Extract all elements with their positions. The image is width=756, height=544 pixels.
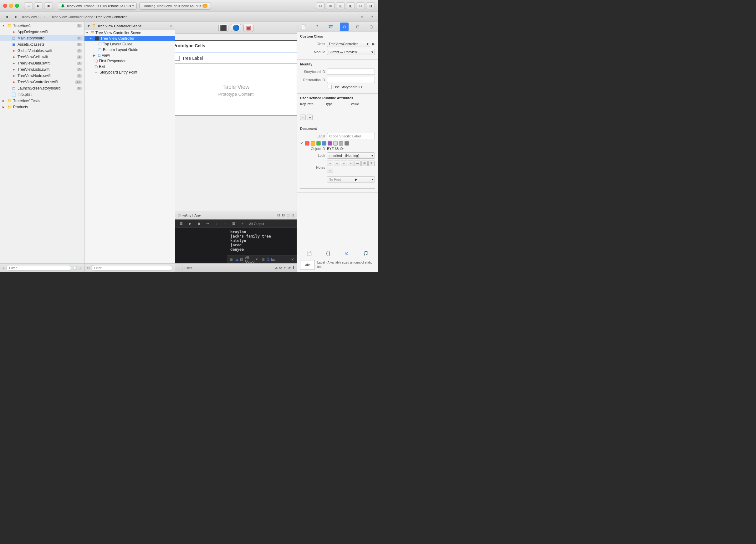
tab-identity[interactable]: 🪪	[326, 23, 335, 31]
size-btn-1[interactable]: ⊡	[277, 213, 280, 217]
file-template-icon[interactable]: 📄	[305, 249, 314, 258]
nav-item-assets[interactable]: ◼ Assets.xcassets M	[0, 41, 84, 48]
module-select[interactable]: Current — TreeView1 ▾	[327, 49, 375, 55]
nav-item-appdelegate[interactable]: ● AppDelegate.swift	[0, 29, 84, 35]
warning-button[interactable]: ⚠	[358, 13, 366, 20]
color-swatch-8[interactable]	[345, 141, 349, 146]
debug-btn-simulate[interactable]: ⌖	[239, 221, 246, 227]
restoration-id-input[interactable]	[327, 77, 375, 83]
ib-item-first-responder[interactable]: ⬡ First Responder	[84, 58, 175, 64]
add-attr-button[interactable]: +	[300, 115, 306, 120]
font-arrow-icon[interactable]: ▶	[355, 177, 357, 182]
nav-filter-icon[interactable]: ⊞	[79, 266, 82, 270]
ib-item-vc[interactable]: ▼ ⬛ Tree View Controller	[84, 36, 175, 41]
ib-item-exit[interactable]: ⬡ Exit	[84, 64, 175, 69]
editor-version-button[interactable]: ◫	[336, 3, 345, 9]
layout-icon-square[interactable]: ⬛	[218, 24, 228, 32]
navigator-toggle-button[interactable]: ◧	[346, 3, 355, 9]
console-layout-btn-1[interactable]: ☰	[235, 257, 239, 262]
media-icon[interactable]: 🎵	[361, 249, 370, 258]
tab-size[interactable]: ⊟	[353, 23, 362, 31]
editor-assistant-button[interactable]: ⊞	[326, 3, 335, 9]
nav-item-main-storyboard[interactable]: ◻ Main.storyboard M	[0, 35, 84, 41]
use-storyboard-checkbox[interactable]	[328, 85, 332, 89]
debug-btn-pause[interactable]: ⏸	[195, 221, 202, 227]
minimize-button[interactable]	[9, 4, 13, 8]
goto-button[interactable]: ↗	[367, 13, 375, 20]
nav-item-launchscreen[interactable]: ◻ LaunchScreen.storyboard M	[0, 85, 84, 91]
tab-file[interactable]: 📄	[299, 23, 308, 31]
nav-filter-input[interactable]	[6, 265, 71, 271]
color-swatch-6[interactable]	[333, 141, 338, 146]
debug-btn-1[interactable]: ☰	[178, 221, 185, 227]
run-button[interactable]: ▶	[34, 3, 43, 9]
bc-folder1[interactable]: …	[40, 15, 43, 19]
bc-treeview1[interactable]: TreeView1	[21, 15, 38, 19]
prototype-cell[interactable]: Tree Label	[175, 53, 297, 64]
nav-item-treeviewnode[interactable]: ● TreeViewNode.swift A	[0, 73, 84, 79]
add-file-button[interactable]: +	[178, 265, 180, 270]
back-button[interactable]: ◀	[3, 13, 11, 20]
stop-button[interactable]: ◼	[44, 3, 53, 9]
nav-item-treeviewdata[interactable]: ● TreeViewData.swift A	[0, 60, 84, 66]
grid-icon[interactable]: ⊞	[262, 257, 265, 262]
color-swatch-1[interactable]	[305, 141, 309, 146]
all-output-button[interactable]: All Output ▾	[245, 256, 258, 263]
debug-btn-2[interactable]: ▶	[186, 221, 193, 227]
info-icon[interactable]: ℹ	[293, 266, 294, 270]
arrow-icon[interactable]: ▶	[372, 42, 375, 46]
nav-item-infoplist[interactable]: 📄 Info.plist	[0, 91, 84, 98]
debug-btn-step-over[interactable]: ⇥	[204, 221, 211, 227]
trash-icon[interactable]: 🗑	[230, 257, 233, 262]
nav-item-treeviewcell[interactable]: ● TreeViewCell.swift A	[0, 54, 84, 60]
nav-item-treeviewcontroller[interactable]: ● TreeViewController.swift A+	[0, 79, 84, 85]
nav-item-globalvariables[interactable]: ● GlobalVariables.swift A	[0, 48, 84, 54]
ib-filter-input[interactable]	[91, 265, 172, 271]
auto-dropdown-icon[interactable]: ▾	[284, 266, 286, 269]
forward-button[interactable]: ▶	[12, 13, 20, 20]
notes-indent[interactable]: T	[368, 161, 375, 166]
canvas-layout-btn[interactable]: ⊞	[178, 213, 181, 217]
snippet-icon[interactable]: { }	[324, 249, 333, 258]
console-layout-btn-2[interactable]: ⊡	[240, 257, 243, 262]
ib-item-storyboard-entry[interactable]: → Storyboard Entry Point	[84, 69, 175, 75]
color-swatch-3[interactable]	[316, 141, 321, 146]
object-icon[interactable]: ⊙	[342, 249, 351, 258]
scheme-selector[interactable]: 🌲 TreeView1 iPhone 6s Plus iPhone 6s Plu…	[58, 2, 137, 10]
color-remove-icon[interactable]: ✕	[300, 141, 304, 146]
notes-dash[interactable]: —	[355, 161, 361, 166]
lab-clear-icon[interactable]: ✕	[291, 257, 294, 262]
tab-attributes[interactable]: ⊙	[340, 23, 349, 31]
notes-more[interactable]: …	[327, 167, 333, 172]
nav-item-treeviewlists[interactable]: ● TreeViewLists.swift A	[0, 66, 84, 73]
size-btn-2[interactable]: ⊡	[282, 213, 285, 217]
color-swatch-2[interactable]	[311, 141, 315, 146]
color-swatch-5[interactable]	[328, 141, 332, 146]
scene-expand-icon[interactable]: ▼	[87, 24, 90, 28]
size-btn-3[interactable]: ⊡	[287, 213, 289, 217]
notes-align-right[interactable]: ≡	[341, 161, 347, 166]
debug-btn-layout[interactable]: ☰	[230, 221, 237, 227]
scene-close-button[interactable]: ✕	[170, 24, 172, 28]
notes-list[interactable]: ⊡	[361, 161, 368, 166]
bc-folder2[interactable]: …	[46, 15, 49, 19]
ib-item-scene[interactable]: ▼ ☰ Tree View Controller Scene	[84, 30, 175, 36]
color-swatch-4[interactable]	[322, 141, 326, 146]
nav-item-treeview1-root[interactable]: ▼ 📁 TreeView1 M	[0, 23, 84, 29]
layout-icon-slide[interactable]: ▣	[243, 24, 253, 32]
sidebar-toggle-button[interactable]: ☰	[24, 3, 33, 9]
bc-vc[interactable]: Tree View Controller	[95, 15, 127, 19]
font-select[interactable]: No Font ▶ ▾	[327, 176, 375, 182]
nav-clock-icon[interactable]: 🕐	[73, 266, 77, 270]
doc-label-input[interactable]	[327, 133, 375, 139]
notes-align-left[interactable]: ≡	[327, 161, 333, 166]
ib-item-top-guide[interactable]: ☐ Top Layout Guide	[84, 41, 175, 47]
ib-item-view[interactable]: ▶ □ View	[84, 53, 175, 58]
layout-icon-circle[interactable]: 🔵	[231, 24, 241, 32]
tab-quick-help[interactable]: ?	[313, 23, 322, 31]
nav-item-products[interactable]: ▶ 📁 Products	[0, 104, 84, 110]
eye-icon[interactable]: 👁	[288, 266, 291, 270]
status-filter-input[interactable]	[184, 266, 209, 270]
maximize-button[interactable]	[15, 4, 19, 8]
color-swatch-7[interactable]	[339, 141, 343, 146]
